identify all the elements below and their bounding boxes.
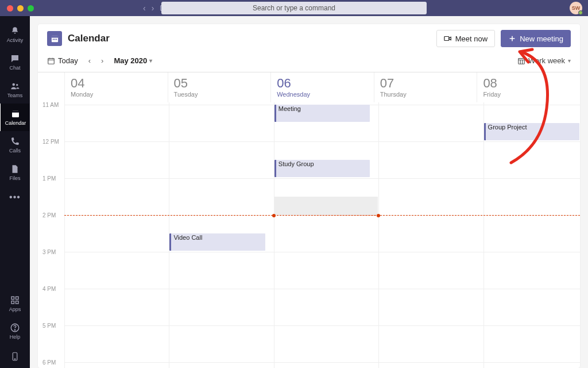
day-number: 08 [483,76,574,91]
svg-point-1 [13,83,16,86]
day-name: Thursday [380,91,471,98]
svg-rect-15 [52,39,53,40]
day-headers: 04Monday05Tuesday06Wednesday07Thursday08… [64,72,580,102]
rail-more[interactable]: ••• [9,186,21,208]
close-window-icon[interactable] [7,5,13,12]
chevron-down-icon: ▾ [149,57,152,64]
hour-label: 1 PM [42,175,56,182]
rail-activity[interactable]: Activity [0,21,30,48]
column-gridline [274,102,274,368]
hour-gridline [64,252,580,252]
rail-help[interactable]: Help [0,317,30,345]
day-name: Tuesday [174,91,265,98]
rail-label: Teams [7,93,23,98]
day-number: 04 [71,76,162,91]
day-number: 06 [277,76,368,91]
help-icon [10,323,20,333]
phone-icon [10,136,20,147]
rail-label: Calendar [5,120,26,126]
hour-label: 5 PM [42,323,56,329]
day-name: Friday [483,91,574,98]
day-number: 07 [380,76,471,91]
calendar-event[interactable]: Group Project [484,123,579,140]
day-header[interactable]: 07Thursday [374,72,477,102]
time-grid[interactable]: 11 AM12 PM1 PM2 PM3 PM4 PM5 PM6 PMMeetin… [38,102,580,368]
calendar-event[interactable]: Video Call [169,233,265,251]
calendar-event[interactable]: Meeting [274,105,370,122]
new-meeting-button[interactable]: New meeting [501,30,571,47]
rail-files[interactable]: Files [0,159,30,186]
presence-indicator-icon [578,10,583,15]
back-icon[interactable]: ‹ [143,3,146,13]
file-icon [10,164,20,174]
view-selector[interactable]: Work week ▾ [517,56,571,65]
video-icon [444,34,452,43]
next-week-icon[interactable]: › [99,55,106,66]
month-picker[interactable]: May 2020 ▾ [114,56,152,65]
day-header[interactable]: 08Friday [477,72,580,102]
calendar-app-icon [47,31,62,46]
hour-gridline [64,289,580,289]
day-header[interactable]: 04Monday [64,72,168,102]
prev-week-icon[interactable]: ‹ [86,55,93,66]
hour-gridline [64,325,580,326]
rail-chat[interactable]: Chat [0,48,30,76]
svg-rect-14 [51,36,57,37]
svg-rect-5 [11,297,14,300]
apps-icon [10,295,20,305]
svg-rect-18 [444,37,449,41]
calendar-toolbar: Today ‹ › May 2020 ▾ Work week ▾ [38,53,580,72]
app-rail: Activity Chat Teams Calendar Calls Files… [0,16,30,368]
day-header[interactable]: 06Wednesday [270,72,374,102]
view-label: Work week [528,56,565,65]
day-name: Wednesday [277,91,368,98]
rail-label: Apps [9,306,21,312]
svg-point-10 [14,329,15,330]
forward-icon[interactable]: › [152,3,154,13]
rail-teams[interactable]: Teams [0,76,30,103]
rail-mobile[interactable] [0,345,30,368]
day-name: Monday [71,91,162,98]
svg-rect-17 [56,39,57,40]
hour-label: 3 PM [42,249,56,255]
meet-now-button[interactable]: Meet now [436,30,495,47]
hour-label: 4 PM [42,286,56,292]
titlebar: ‹ › Search or type a command SW [0,0,588,16]
svg-rect-19 [48,58,55,64]
day-number: 05 [174,76,265,91]
calendar-header: Calendar Meet now New meeting [38,24,580,53]
avatar-initials: SW [572,5,581,11]
hour-gridline [64,178,580,179]
page-title: Calendar [68,33,110,44]
avatar[interactable]: SW [570,2,582,14]
calendar-event[interactable]: Study Group [274,160,370,177]
today-button[interactable]: Today [47,56,78,65]
rail-label: Calls [9,148,21,154]
search-input[interactable]: Search or type a command [161,2,427,14]
svg-rect-4 [12,111,19,113]
minimize-window-icon[interactable] [17,5,24,12]
maximize-window-icon[interactable] [28,5,34,12]
column-gridline [378,102,379,368]
chevron-down-icon: ▾ [568,57,571,64]
hour-label: 2 PM [42,212,56,218]
column-gridline [483,102,484,368]
hour-label: 12 PM [42,139,59,145]
svg-rect-16 [54,39,55,40]
hour-gridline [64,141,580,142]
chat-icon [10,53,20,64]
svg-rect-7 [11,301,14,304]
rail-calendar[interactable]: Calendar [0,103,29,131]
rail-apps[interactable]: Apps [0,290,30,317]
bell-icon [10,26,20,36]
rail-label: Files [9,175,20,181]
window-controls[interactable] [7,5,34,12]
rail-calls[interactable]: Calls [0,131,30,159]
svg-rect-6 [16,297,19,300]
svg-point-2 [16,84,18,86]
column-gridline [64,102,65,368]
search-placeholder: Search or type a command [253,4,335,12]
day-header[interactable]: 05Tuesday [168,72,271,102]
rail-label: Chat [9,65,20,71]
teams-icon [10,81,20,91]
